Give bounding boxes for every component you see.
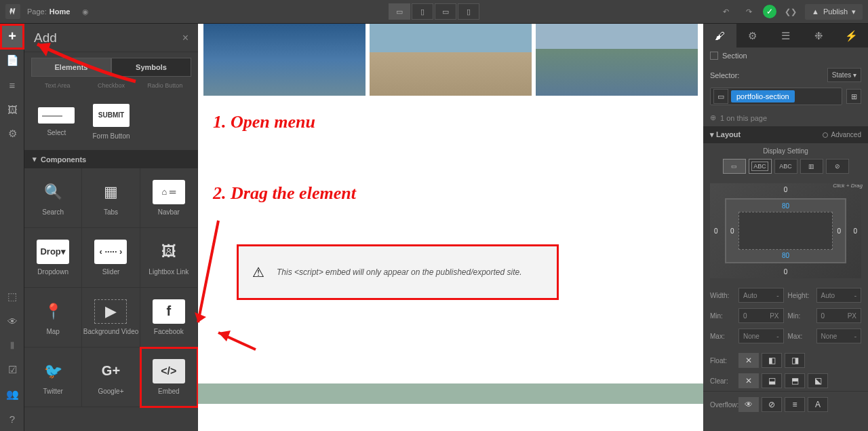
component-map[interactable]: 📍Map <box>24 288 82 348</box>
element-select[interactable]: Select <box>31 96 82 147</box>
warning-icon: ⚠ <box>252 264 264 280</box>
help-icon[interactable]: ? <box>0 407 24 431</box>
lightbox-icon: 🖼 <box>153 240 185 264</box>
selector-class[interactable]: portfolio-section <box>731 90 795 102</box>
portfolio-image-3[interactable] <box>536 24 698 96</box>
effects-tab-icon[interactable]: ❉ <box>802 24 835 48</box>
redo-icon[interactable]: ↷ <box>740 3 757 20</box>
style-panel: Section Selector: States ▾ ▭ portfolio-s… <box>703 48 868 431</box>
instances-count: 1 on this page <box>720 114 767 122</box>
spacing-editor[interactable]: Click + Drag 0 0 0 0 80 80 0 0 <box>710 183 861 278</box>
publish-icon: ▲ <box>812 7 819 16</box>
interactions-tab-icon[interactable]: ⚡ <box>835 24 868 48</box>
max-width-input[interactable]: None- <box>738 329 784 343</box>
search-icon: 🔍 <box>37 180 69 204</box>
selector-input[interactable]: ▭ portfolio-section <box>710 88 842 105</box>
embed-placeholder[interactable]: ⚠ This <script> embed will only appear o… <box>237 244 559 300</box>
preview-icon[interactable]: ◉ <box>82 7 89 16</box>
publish-button[interactable]: ▲ Publish ▾ <box>805 4 863 20</box>
portfolio-image-1[interactable] <box>203 24 366 96</box>
element-form-button[interactable]: SUBMIT Form Button <box>86 96 137 147</box>
close-icon[interactable]: × <box>182 32 189 44</box>
tool-audit-icon[interactable]: ☑ <box>0 358 24 382</box>
layout-tab-icon[interactable]: ☰ <box>769 24 802 48</box>
page-name[interactable]: Home <box>50 7 71 16</box>
device-mobile[interactable]: ▯ <box>458 3 479 20</box>
selector-nav-icon[interactable]: ⊞ <box>846 89 861 104</box>
target-icon: ⊕ <box>710 113 716 122</box>
code-icon[interactable]: ❮❯ <box>782 3 800 20</box>
device-tablet[interactable]: ▯ <box>412 3 433 20</box>
tool-eye-icon[interactable]: 👁 <box>0 309 24 333</box>
tool-users-icon[interactable]: 👥 <box>0 382 24 407</box>
advanced-toggle[interactable]: Advanced <box>823 131 861 138</box>
display-block[interactable]: ▭ <box>723 159 746 174</box>
component-slider[interactable]: ‹ ····· ›Slider <box>82 228 140 288</box>
twitter-icon: 🐦 <box>37 359 69 383</box>
component-facebook[interactable]: fFacebook <box>140 288 198 348</box>
tool-guides-icon[interactable]: ⦀ <box>0 333 24 358</box>
component-googleplus[interactable]: G+Google+ <box>82 348 140 407</box>
footer-strip[interactable] <box>198 383 703 404</box>
embed-message: This <script> embed will only appear on … <box>277 267 522 277</box>
pages-icon[interactable]: 📄 <box>0 48 24 73</box>
overflow-scroll[interactable]: ≡ <box>785 397 805 412</box>
float-none[interactable]: ✕ <box>738 353 759 368</box>
layout-header[interactable]: ▾ Layout Advanced <box>703 126 868 143</box>
webflow-logo[interactable] <box>5 4 20 19</box>
component-search[interactable]: 🔍Search <box>24 168 82 228</box>
cms-icon[interactable]: ≡ <box>0 73 24 97</box>
status-ok-icon[interactable]: ✓ <box>763 5 776 18</box>
clear-none[interactable]: ✕ <box>738 373 759 388</box>
width-input[interactable]: Auto- <box>738 288 784 303</box>
component-dropdown[interactable]: Drop ▾Dropdown <box>24 228 82 288</box>
settings-tab-icon[interactable]: ⚙ <box>736 24 770 48</box>
component-navbar[interactable]: ⌂ ═Navbar <box>140 168 198 228</box>
assets-icon[interactable]: 🖼 <box>0 97 24 121</box>
clear-right[interactable]: ⬒ <box>785 373 805 388</box>
settings-icon[interactable]: ⚙ <box>0 121 24 146</box>
canvas[interactable]: 1. Open menu 2. Drag the element ⚠ This … <box>198 24 703 431</box>
component-embed[interactable]: </>Embed <box>140 348 198 407</box>
section-checkbox[interactable] <box>710 52 718 60</box>
component-lightbox[interactable]: 🖼Lightbox Link <box>140 228 198 288</box>
float-left[interactable]: ◧ <box>762 353 782 368</box>
components-header[interactable]: ▾ Components <box>24 150 198 168</box>
dropdown-icon: Drop ▾ <box>37 240 69 264</box>
display-none[interactable]: ⊘ <box>826 159 849 174</box>
device-desktop[interactable]: ▭ <box>389 3 410 20</box>
display-inline[interactable]: ABC <box>774 159 797 174</box>
annotation-arrow-1 <box>191 214 232 336</box>
overflow-hidden[interactable]: ⊘ <box>762 397 782 412</box>
style-tab-icon[interactable]: 🖌 <box>703 24 736 48</box>
clear-both[interactable]: ⬕ <box>808 373 828 388</box>
states-dropdown[interactable]: States ▾ <box>827 68 861 82</box>
device-switcher: ▭ ▯ ▭ ▯ <box>389 3 479 20</box>
add-elements-icon[interactable]: + <box>0 24 24 48</box>
annotation-step2: 2. Drag the element <box>213 183 356 204</box>
portfolio-image-2[interactable] <box>370 24 532 96</box>
min-width-input[interactable]: 0PX <box>738 308 784 323</box>
left-rail: + 📄 ≡ 🖼 ⚙ ⬚ 👁 ⦀ ☑ 👥 ? <box>0 24 24 431</box>
display-flex[interactable]: ▥ <box>800 159 823 174</box>
tool-cursor-icon[interactable]: ⬚ <box>0 284 24 309</box>
facebook-icon: f <box>153 299 185 324</box>
googleplus-icon: G+ <box>94 359 127 383</box>
overflow-visible[interactable]: 👁 <box>738 397 759 412</box>
height-input[interactable]: Auto- <box>816 288 862 303</box>
overflow-auto[interactable]: A <box>808 397 828 412</box>
device-mobile-landscape[interactable]: ▭ <box>435 3 456 20</box>
component-tabs[interactable]: ▦Tabs <box>82 168 140 228</box>
component-bg-video[interactable]: ▶Background Video <box>82 288 140 348</box>
undo-icon[interactable]: ↶ <box>717 3 734 20</box>
component-twitter[interactable]: 🐦Twitter <box>24 348 82 407</box>
min-height-input[interactable]: 0PX <box>816 308 862 323</box>
clear-left[interactable]: ⬓ <box>762 373 782 388</box>
right-icon-bar: 🖌 ⚙ ☰ ❉ ⚡ <box>703 24 868 48</box>
display-inline-block[interactable]: ABC <box>749 159 772 174</box>
display-setting-label: Display Setting <box>703 143 868 159</box>
navbar-icon: ⌂ ═ <box>153 180 185 204</box>
float-right[interactable]: ◨ <box>785 353 805 368</box>
mini-radio[interactable]: Radio Button <box>139 82 191 89</box>
max-height-input[interactable]: None- <box>816 329 862 343</box>
